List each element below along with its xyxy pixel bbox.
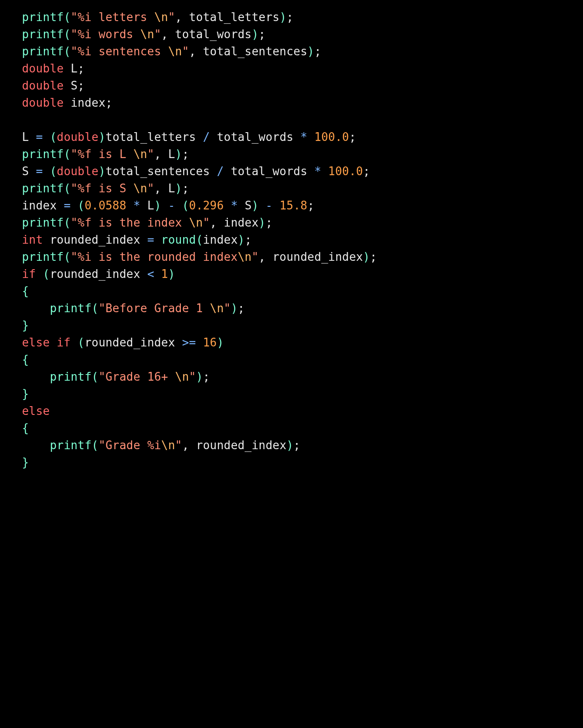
code-token: " <box>203 216 210 229</box>
code-line: } <box>22 454 561 471</box>
code-token: L <box>140 199 155 212</box>
code-token: ( <box>64 148 71 161</box>
code-token <box>71 199 78 212</box>
code-token: ; <box>370 250 377 263</box>
code-token: round <box>161 233 196 246</box>
code-token: 16 <box>203 336 217 349</box>
code-token: S <box>238 199 252 212</box>
code-line: } <box>22 386 561 403</box>
code-token: "%f is L <box>71 148 133 161</box>
code-token: ) <box>168 267 175 281</box>
code-token: < <box>147 267 154 281</box>
code-token: index <box>224 216 259 229</box>
code-token: ) <box>175 148 182 161</box>
code-token: ( <box>92 370 99 383</box>
code-token: printf <box>50 370 91 383</box>
code-token: ; <box>105 96 112 109</box>
code-token: 0.296 <box>189 199 224 212</box>
code-token: { <box>22 285 29 298</box>
code-token: double <box>57 130 98 144</box>
code-token <box>259 199 266 212</box>
code-token: printf <box>50 302 91 315</box>
code-token: "%i is the rounded index <box>71 250 238 263</box>
code-token: rounded_index <box>43 233 148 246</box>
code-token <box>36 267 43 281</box>
code-token: " <box>175 439 182 452</box>
code-token: "%f is S <box>71 182 133 195</box>
code-line: printf("%f is the index \n", index); <box>22 214 561 231</box>
code-token: - <box>266 199 273 212</box>
code-token: * <box>133 199 140 212</box>
code-token: \n <box>161 439 175 452</box>
code-token: ( <box>64 250 71 263</box>
code-token: else <box>22 404 50 418</box>
code-token: ) <box>175 182 182 195</box>
code-line: printf("%i letters \n", total_letters); <box>22 9 561 26</box>
code-line: printf("%i sentences \n", total_sentence… <box>22 43 561 60</box>
code-token <box>22 302 50 315</box>
code-token: total_sentences <box>203 45 307 58</box>
code-token: ) <box>307 45 314 58</box>
code-token: "Grade %i <box>98 439 161 452</box>
code-token: , <box>175 11 189 24</box>
code-token: ( <box>64 28 71 41</box>
code-token: ; <box>203 370 210 383</box>
code-token: , <box>154 148 168 161</box>
code-token: S <box>22 165 36 178</box>
code-token: total_words <box>210 130 300 144</box>
code-token: ; <box>182 148 189 161</box>
code-token: "%f is the index <box>71 216 189 229</box>
code-token: ( <box>64 11 71 24</box>
code-token: ; <box>182 182 189 195</box>
code-token: \n <box>238 250 252 263</box>
code-token: } <box>22 456 29 469</box>
code-token: = <box>147 233 154 246</box>
code-token: ; <box>363 165 370 178</box>
code-token: total_letters <box>189 11 280 24</box>
code-token: printf <box>22 148 64 161</box>
code-line: index = (0.0588 * L) - (0.296 * S) - 15.… <box>22 197 561 214</box>
code-token: total_words <box>224 165 314 178</box>
code-token: ; <box>238 302 245 315</box>
code-token: * <box>314 165 321 178</box>
code-line: else <box>22 403 561 420</box>
code-token: ( <box>50 165 57 178</box>
code-line: printf("%f is L \n", L); <box>22 146 561 163</box>
code-token <box>154 267 161 281</box>
code-token: double <box>22 62 64 75</box>
code-line: } <box>22 317 561 334</box>
code-token: ( <box>43 267 50 281</box>
code-line: printf("%i words \n", total_words); <box>22 26 561 43</box>
code-token: ) <box>252 28 259 41</box>
code-token: } <box>22 387 29 400</box>
code-token: " <box>189 370 196 383</box>
code-token: \n <box>168 45 182 58</box>
code-token: >= <box>182 336 196 349</box>
code-token: index <box>22 199 64 212</box>
code-token: ) <box>286 439 293 452</box>
code-token: printf <box>22 11 64 24</box>
code-token: " <box>154 28 161 41</box>
code-token: ( <box>92 439 99 452</box>
code-line: S = (double)total_sentences / total_word… <box>22 163 561 180</box>
code-token: ) <box>98 130 105 144</box>
code-token <box>154 233 161 246</box>
code-line: { <box>22 351 561 368</box>
code-token: ( <box>182 199 189 212</box>
code-token: " <box>147 148 154 161</box>
code-token: total_sentences <box>105 165 217 178</box>
code-token <box>307 130 314 144</box>
code-token: rounded_index <box>50 267 147 281</box>
code-token: double <box>57 165 98 178</box>
code-token: printf <box>22 28 64 41</box>
code-token: ) <box>259 216 266 229</box>
code-token: if <box>22 267 36 281</box>
code-token <box>22 370 50 383</box>
code-token: - <box>168 199 175 212</box>
code-line: double L; <box>22 60 561 77</box>
code-line <box>22 112 561 129</box>
code-line: printf("Before Grade 1 \n"); <box>22 300 561 317</box>
code-token <box>43 165 50 178</box>
code-token: ) <box>98 165 105 178</box>
code-token: printf <box>22 45 64 58</box>
